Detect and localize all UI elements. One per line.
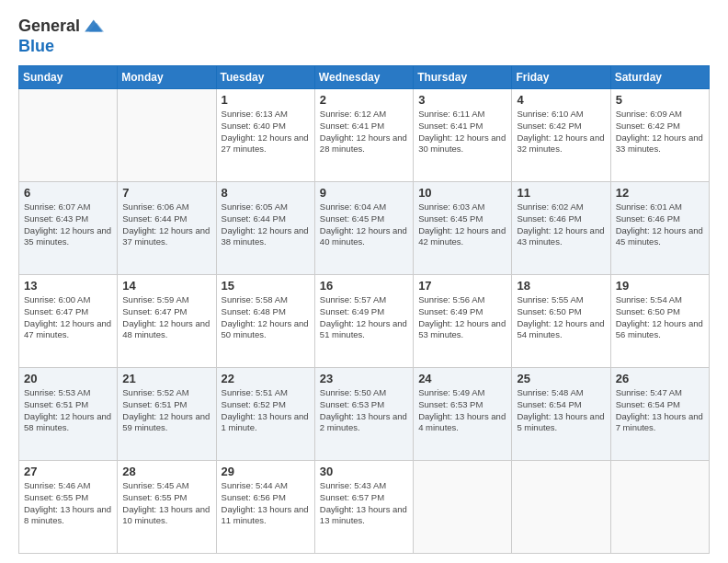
day-number: 28 xyxy=(122,465,210,478)
day-number: 10 xyxy=(418,186,506,200)
calendar-cell: 17Sunrise: 5:56 AM Sunset: 6:49 PM Dayli… xyxy=(414,275,512,368)
calendar-cell: 7Sunrise: 6:06 AM Sunset: 6:44 PM Daylig… xyxy=(118,182,216,275)
day-info: Sunrise: 5:47 AM Sunset: 6:54 PM Dayligh… xyxy=(616,387,704,434)
calendar-week-row: 27Sunrise: 5:46 AM Sunset: 6:55 PM Dayli… xyxy=(19,461,710,554)
day-info: Sunrise: 6:09 AM Sunset: 6:42 PM Dayligh… xyxy=(616,109,704,155)
day-number: 23 xyxy=(320,372,408,385)
calendar-cell: 10Sunrise: 6:03 AM Sunset: 6:45 PM Dayli… xyxy=(414,182,512,275)
day-info: Sunrise: 6:01 AM Sunset: 6:46 PM Dayligh… xyxy=(616,201,704,248)
day-info: Sunrise: 5:46 AM Sunset: 6:55 PM Dayligh… xyxy=(24,480,112,527)
calendar-cell: 28Sunrise: 5:45 AM Sunset: 6:55 PM Dayli… xyxy=(118,461,216,554)
day-number: 4 xyxy=(517,93,605,107)
day-info: Sunrise: 6:02 AM Sunset: 6:46 PM Dayligh… xyxy=(517,201,605,248)
day-info: Sunrise: 5:56 AM Sunset: 6:49 PM Dayligh… xyxy=(418,294,506,341)
day-info: Sunrise: 5:54 AM Sunset: 6:50 PM Dayligh… xyxy=(616,294,704,341)
calendar-cell: 26Sunrise: 5:47 AM Sunset: 6:54 PM Dayli… xyxy=(610,368,709,461)
calendar-cell: 29Sunrise: 5:44 AM Sunset: 6:56 PM Dayli… xyxy=(216,461,314,554)
calendar-cell: 13Sunrise: 6:00 AM Sunset: 6:47 PM Dayli… xyxy=(19,275,118,368)
calendar-cell: 20Sunrise: 5:53 AM Sunset: 6:51 PM Dayli… xyxy=(19,368,118,461)
col-header-monday: Monday xyxy=(118,66,216,89)
calendar-header-row: SundayMondayTuesdayWednesdayThursdayFrid… xyxy=(19,66,710,89)
logo-general-text: General xyxy=(18,17,80,36)
day-number: 13 xyxy=(24,279,112,293)
day-number: 21 xyxy=(122,372,210,385)
day-info: Sunrise: 5:44 AM Sunset: 6:56 PM Dayligh… xyxy=(222,480,310,527)
calendar-cell: 14Sunrise: 5:59 AM Sunset: 6:47 PM Dayli… xyxy=(118,275,216,368)
calendar-cell: 21Sunrise: 5:52 AM Sunset: 6:51 PM Dayli… xyxy=(118,368,216,461)
day-number: 16 xyxy=(320,279,408,293)
day-number: 3 xyxy=(418,93,506,107)
day-info: Sunrise: 5:57 AM Sunset: 6:49 PM Dayligh… xyxy=(320,294,408,341)
calendar-cell: 27Sunrise: 5:46 AM Sunset: 6:55 PM Dayli… xyxy=(19,461,118,554)
col-header-thursday: Thursday xyxy=(414,66,512,89)
day-info: Sunrise: 5:50 AM Sunset: 6:53 PM Dayligh… xyxy=(320,387,408,434)
day-info: Sunrise: 5:55 AM Sunset: 6:50 PM Dayligh… xyxy=(517,294,605,341)
header: General Blue xyxy=(18,15,710,56)
day-info: Sunrise: 5:59 AM Sunset: 6:47 PM Dayligh… xyxy=(122,294,210,341)
calendar-cell: 11Sunrise: 6:02 AM Sunset: 6:46 PM Dayli… xyxy=(512,182,610,275)
calendar-cell xyxy=(610,461,709,554)
calendar-cell: 16Sunrise: 5:57 AM Sunset: 6:49 PM Dayli… xyxy=(314,275,413,368)
day-info: Sunrise: 5:51 AM Sunset: 6:52 PM Dayligh… xyxy=(222,387,310,434)
day-info: Sunrise: 6:03 AM Sunset: 6:45 PM Dayligh… xyxy=(418,201,506,248)
page: General Blue SundayMondayTuesdayWednesda… xyxy=(0,0,728,563)
day-info: Sunrise: 6:06 AM Sunset: 6:44 PM Dayligh… xyxy=(122,201,210,248)
calendar-cell xyxy=(118,89,216,182)
calendar-cell: 18Sunrise: 5:55 AM Sunset: 6:50 PM Dayli… xyxy=(512,275,610,368)
day-number: 6 xyxy=(24,186,112,200)
calendar-cell: 8Sunrise: 6:05 AM Sunset: 6:44 PM Daylig… xyxy=(216,182,314,275)
calendar-cell: 9Sunrise: 6:04 AM Sunset: 6:45 PM Daylig… xyxy=(314,182,413,275)
day-number: 9 xyxy=(320,186,408,200)
day-number: 29 xyxy=(222,465,310,478)
calendar-week-row: 13Sunrise: 6:00 AM Sunset: 6:47 PM Dayli… xyxy=(19,275,710,368)
day-number: 14 xyxy=(122,279,210,293)
day-info: Sunrise: 6:00 AM Sunset: 6:47 PM Dayligh… xyxy=(24,294,112,341)
calendar-cell: 1Sunrise: 6:13 AM Sunset: 6:40 PM Daylig… xyxy=(216,89,314,182)
calendar-cell: 24Sunrise: 5:49 AM Sunset: 6:53 PM Dayli… xyxy=(414,368,512,461)
day-number: 30 xyxy=(320,465,408,478)
day-info: Sunrise: 6:05 AM Sunset: 6:44 PM Dayligh… xyxy=(222,201,310,248)
calendar-week-row: 20Sunrise: 5:53 AM Sunset: 6:51 PM Dayli… xyxy=(19,368,710,461)
col-header-tuesday: Tuesday xyxy=(216,66,314,89)
calendar-cell: 23Sunrise: 5:50 AM Sunset: 6:53 PM Dayli… xyxy=(314,368,413,461)
day-number: 27 xyxy=(24,465,112,478)
day-number: 2 xyxy=(320,93,408,107)
day-number: 20 xyxy=(24,372,112,385)
day-info: Sunrise: 5:49 AM Sunset: 6:53 PM Dayligh… xyxy=(418,387,506,434)
day-number: 1 xyxy=(222,93,310,107)
calendar-cell xyxy=(19,89,118,182)
day-number: 8 xyxy=(222,186,310,200)
calendar-cell: 30Sunrise: 5:43 AM Sunset: 6:57 PM Dayli… xyxy=(314,461,413,554)
day-info: Sunrise: 5:48 AM Sunset: 6:54 PM Dayligh… xyxy=(517,387,605,434)
day-number: 11 xyxy=(517,186,605,200)
day-number: 18 xyxy=(517,279,605,293)
day-info: Sunrise: 5:53 AM Sunset: 6:51 PM Dayligh… xyxy=(24,387,112,434)
calendar-cell: 4Sunrise: 6:10 AM Sunset: 6:42 PM Daylig… xyxy=(512,89,610,182)
day-number: 17 xyxy=(418,279,506,293)
calendar-cell: 15Sunrise: 5:58 AM Sunset: 6:48 PM Dayli… xyxy=(216,275,314,368)
day-number: 26 xyxy=(616,372,704,385)
calendar-cell: 6Sunrise: 6:07 AM Sunset: 6:43 PM Daylig… xyxy=(19,182,118,275)
calendar-cell xyxy=(512,461,610,554)
day-info: Sunrise: 5:58 AM Sunset: 6:48 PM Dayligh… xyxy=(222,294,310,341)
day-info: Sunrise: 6:10 AM Sunset: 6:42 PM Dayligh… xyxy=(517,109,605,155)
calendar-cell: 22Sunrise: 5:51 AM Sunset: 6:52 PM Dayli… xyxy=(216,368,314,461)
day-info: Sunrise: 6:12 AM Sunset: 6:41 PM Dayligh… xyxy=(320,109,408,155)
calendar-cell: 2Sunrise: 6:12 AM Sunset: 6:41 PM Daylig… xyxy=(314,89,413,182)
logo-icon xyxy=(82,15,104,37)
day-number: 19 xyxy=(616,279,704,293)
day-number: 25 xyxy=(517,372,605,385)
day-info: Sunrise: 5:45 AM Sunset: 6:55 PM Dayligh… xyxy=(122,480,210,527)
logo: General Blue xyxy=(18,15,104,56)
calendar-week-row: 6Sunrise: 6:07 AM Sunset: 6:43 PM Daylig… xyxy=(19,182,710,275)
day-info: Sunrise: 6:13 AM Sunset: 6:40 PM Dayligh… xyxy=(222,109,310,155)
col-header-friday: Friday xyxy=(512,66,610,89)
day-number: 15 xyxy=(222,279,310,293)
logo-blue-text: Blue xyxy=(18,37,54,55)
day-number: 24 xyxy=(418,372,506,385)
calendar-cell: 3Sunrise: 6:11 AM Sunset: 6:41 PM Daylig… xyxy=(414,89,512,182)
calendar-cell: 25Sunrise: 5:48 AM Sunset: 6:54 PM Dayli… xyxy=(512,368,610,461)
day-number: 22 xyxy=(222,372,310,385)
col-header-saturday: Saturday xyxy=(610,66,709,89)
day-info: Sunrise: 6:04 AM Sunset: 6:45 PM Dayligh… xyxy=(320,201,408,248)
